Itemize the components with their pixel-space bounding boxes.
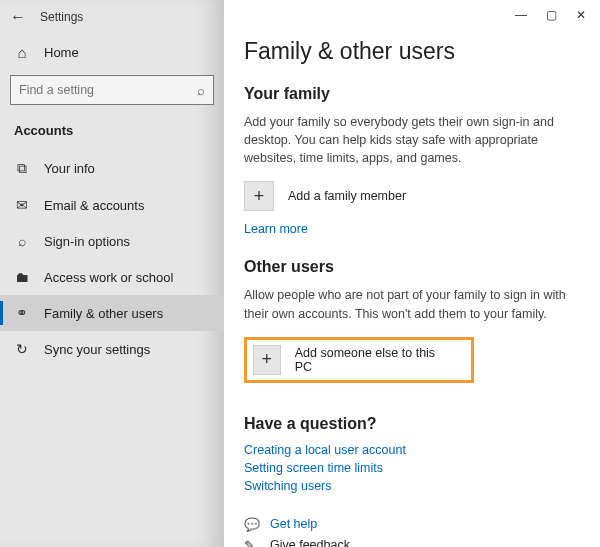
sidebar-item-sync-settings[interactable]: ↻ Sync your settings bbox=[0, 331, 224, 367]
chat-icon: 💬 bbox=[244, 517, 260, 532]
family-body: Add your family so everybody gets their … bbox=[244, 113, 574, 167]
page-title: Family & other users bbox=[244, 38, 580, 65]
help-link-screen-time[interactable]: Setting screen time limits bbox=[244, 461, 580, 475]
content-pane: — ▢ ✕ Family & other users Your family A… bbox=[224, 0, 600, 547]
sidebar-item-access-work-school[interactable]: 🖿 Access work or school bbox=[0, 259, 224, 295]
sidebar-home-label: Home bbox=[44, 45, 79, 60]
window-controls: — ▢ ✕ bbox=[506, 4, 596, 26]
window-close[interactable]: ✕ bbox=[566, 4, 596, 26]
sidebar-item-label: Email & accounts bbox=[44, 198, 144, 213]
feedback-icon: ✎ bbox=[244, 538, 260, 547]
back-icon[interactable]: ← bbox=[10, 9, 26, 25]
sidebar-header: ← Settings bbox=[0, 0, 224, 34]
sidebar-nav: ⧉ Your info ✉ Email & accounts ⌕ Sign-in… bbox=[0, 148, 224, 367]
briefcase-icon: 🖿 bbox=[14, 269, 30, 285]
help-heading: Have a question? bbox=[244, 415, 580, 433]
add-other-user[interactable]: + Add someone else to this PC bbox=[253, 345, 443, 375]
search-icon: ⌕ bbox=[197, 83, 205, 98]
sidebar-item-label: Family & other users bbox=[44, 306, 163, 321]
other-users-heading: Other users bbox=[244, 258, 580, 276]
plus-icon: + bbox=[244, 181, 274, 211]
sidebar-item-label: Sign-in options bbox=[44, 234, 130, 249]
sidebar: ← Settings ⌂ Home ⌕ Accounts ⧉ Your info… bbox=[0, 0, 224, 547]
get-help-row[interactable]: 💬 Get help bbox=[244, 517, 580, 532]
get-help-link[interactable]: Get help bbox=[270, 517, 317, 531]
home-icon: ⌂ bbox=[14, 44, 30, 61]
search-input[interactable] bbox=[19, 83, 197, 97]
family-heading: Your family bbox=[244, 85, 580, 103]
sidebar-item-your-info[interactable]: ⧉ Your info bbox=[0, 150, 224, 187]
sidebar-item-family-other-users[interactable]: ⚭ Family & other users bbox=[0, 295, 224, 331]
give-feedback-link[interactable]: Give feedback bbox=[270, 538, 350, 547]
key-icon: ⌕ bbox=[14, 233, 30, 249]
add-family-member[interactable]: + Add a family member bbox=[244, 181, 580, 211]
mail-icon: ✉ bbox=[14, 197, 30, 213]
help-link-local-user[interactable]: Creating a local user account bbox=[244, 443, 580, 457]
add-other-user-label: Add someone else to this PC bbox=[295, 346, 443, 374]
family-icon: ⚭ bbox=[14, 305, 30, 321]
sidebar-item-label: Your info bbox=[44, 161, 95, 176]
other-users-body: Allow people who are not part of your fa… bbox=[244, 286, 574, 322]
sidebar-item-label: Access work or school bbox=[44, 270, 173, 285]
sync-icon: ↻ bbox=[14, 341, 30, 357]
sidebar-home[interactable]: ⌂ Home bbox=[0, 34, 224, 71]
give-feedback-row[interactable]: ✎ Give feedback bbox=[244, 538, 580, 547]
sidebar-item-signin-options[interactable]: ⌕ Sign-in options bbox=[0, 223, 224, 259]
add-other-user-highlight: + Add someone else to this PC bbox=[244, 337, 474, 383]
sidebar-item-email-accounts[interactable]: ✉ Email & accounts bbox=[0, 187, 224, 223]
search-input-wrap[interactable]: ⌕ bbox=[10, 75, 214, 105]
window-minimize[interactable]: — bbox=[506, 4, 536, 26]
person-card-icon: ⧉ bbox=[14, 160, 30, 177]
sidebar-item-label: Sync your settings bbox=[44, 342, 150, 357]
plus-icon: + bbox=[253, 345, 281, 375]
add-family-label: Add a family member bbox=[288, 189, 406, 203]
learn-more-link[interactable]: Learn more bbox=[244, 222, 308, 236]
window-title: Settings bbox=[40, 10, 83, 24]
sidebar-section-title: Accounts bbox=[0, 115, 224, 148]
help-link-switching-users[interactable]: Switching users bbox=[244, 479, 580, 493]
window-maximize[interactable]: ▢ bbox=[536, 4, 566, 26]
